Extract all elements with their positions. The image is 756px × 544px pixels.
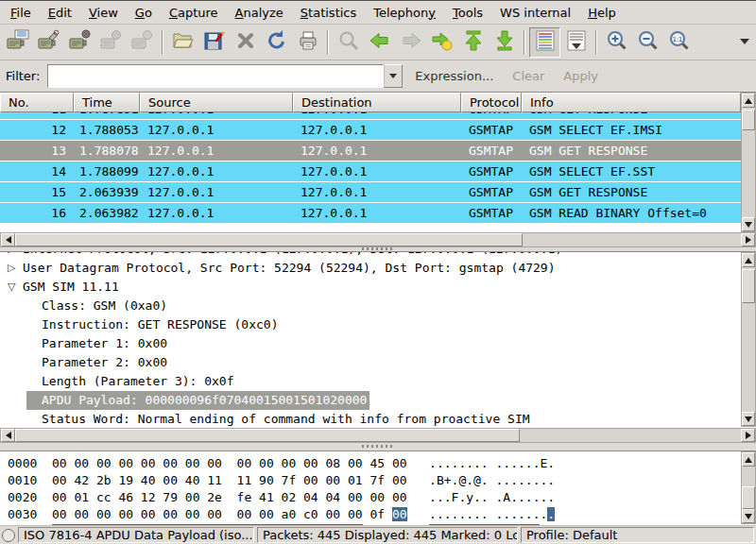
zoom-out-button[interactable] (632, 27, 663, 58)
packet-row-16[interactable]: 16 2.063982 127.0.0.1 127.0.0.1 GSMTAP G… (0, 203, 741, 224)
filter-input[interactable] (47, 64, 384, 88)
clear-button[interactable]: Clear (506, 65, 551, 87)
scrollbar-trough[interactable] (742, 467, 755, 509)
cell-info: GSM GET RESPONSE (522, 141, 741, 161)
list-interfaces-button[interactable] (2, 27, 33, 58)
scroll-up-button[interactable] (742, 452, 755, 467)
detail-parameter-2[interactable]: Parameter 2: 0x00 (0, 353, 740, 372)
scroll-left-button[interactable] (1, 429, 15, 442)
close-capture-button[interactable] (230, 27, 261, 58)
expander-icon[interactable] (8, 278, 23, 297)
scrollbar-trough[interactable] (15, 233, 741, 246)
capture-restart-button[interactable] (127, 27, 158, 58)
detail-class[interactable]: Class: GSM (0xa0) (0, 297, 740, 315)
hex-row[interactable]: 002000 01 cc 46 12 79 00 2e fe 41 02 04 … (8, 489, 740, 506)
detail-gsm-sim[interactable]: GSM SIM 11.11 (0, 278, 740, 297)
packet-row-13[interactable]: 13 1.788078 127.0.0.1 127.0.0.1 GSMTAP G… (0, 141, 741, 162)
column-header[interactable]: Time (74, 93, 140, 112)
go-to-top-button[interactable] (457, 27, 489, 58)
expression-button[interactable]: Expression... (408, 65, 500, 87)
details-hscrollbar[interactable] (0, 428, 756, 443)
save-capture-button[interactable] (198, 27, 230, 58)
reload-capture-button[interactable] (261, 27, 292, 58)
menu-view[interactable]: View (80, 3, 127, 23)
scroll-down-button[interactable] (742, 509, 755, 523)
capture-options-button[interactable] (33, 27, 64, 58)
scroll-down-button[interactable] (742, 412, 755, 426)
detail-instruction[interactable]: Instruction: GET RESPONSE (0xc0) (0, 315, 740, 334)
menu-tools[interactable]: Tools (444, 3, 491, 23)
detail-udp[interactable]: User Datagram Protocol, Src Port: 52294 … (0, 259, 740, 278)
menu-analyze[interactable]: Analyze (227, 3, 292, 23)
hex-bytes: 00 42 2b 19 40 00 40 11 11 90 7f 00 00 0… (52, 472, 407, 489)
hex-offset: 0020 (8, 489, 37, 506)
filter-dropdown-button[interactable] (384, 64, 403, 88)
hex-row[interactable]: 004000 00 09 6f 07 04 00 15 00 15 01 02 … (8, 523, 740, 525)
packet-list-vscrollbar[interactable] (741, 93, 756, 232)
column-header[interactable]: Info (522, 93, 741, 112)
zoom-100-button[interactable]: 1:1 (663, 27, 695, 58)
scrollbar-thumb[interactable] (742, 110, 755, 130)
scroll-up-button[interactable] (742, 253, 755, 267)
scrollbar-thumb[interactable] (742, 486, 755, 509)
column-header[interactable]: Source (140, 93, 293, 112)
detail-ip[interactable]: Internet Protocol, Src: 127.0.0.1 (127.0… (0, 251, 740, 259)
scroll-up-button[interactable] (742, 94, 755, 108)
hex-row[interactable]: 003000 00 00 00 00 00 00 00 00 00 a0 c0 … (8, 506, 740, 523)
find-packet-button[interactable] (333, 27, 364, 58)
packet-row-15[interactable]: 15 2.063939 127.0.0.1 127.0.0.1 GSMTAP G… (0, 182, 741, 203)
menu-capture[interactable]: Capture (161, 3, 227, 23)
capture-start-button[interactable] (64, 27, 95, 58)
expander-icon[interactable] (8, 251, 23, 259)
open-capture-button[interactable] (167, 27, 198, 58)
pane-splitter[interactable] (0, 443, 756, 450)
menu-edit[interactable]: Edit (40, 3, 80, 23)
scrollbar-trough[interactable] (742, 267, 755, 412)
expert-info-circle-icon[interactable] (2, 529, 15, 542)
scrollbar-thumb[interactable] (15, 429, 520, 442)
capture-stop-button[interactable] (95, 27, 127, 58)
hex-offset: 0000 (8, 455, 37, 472)
expander-icon[interactable] (8, 259, 23, 278)
menu-statistics[interactable]: Statistics (292, 3, 365, 23)
packet-row-11[interactable]: 11 1.787891 127.0.0.1 127.0.0.1 GSMTAP G… (0, 112, 741, 120)
menu-go[interactable]: Go (127, 3, 161, 23)
scrollbar-trough[interactable] (742, 108, 755, 217)
menu-ws-internal[interactable]: WS internal (491, 3, 579, 23)
go-to-bottom-button[interactable] (489, 27, 520, 58)
column-header[interactable]: Protocol (461, 93, 522, 112)
hex-vscrollbar[interactable] (741, 451, 756, 524)
packet-row-12[interactable]: 12 1.788053 127.0.0.1 127.0.0.1 GSMTAP G… (0, 120, 741, 141)
toolbar-overflow-button[interactable] (735, 27, 754, 58)
detail-length[interactable]: Length (Parameter 3): 0x0f (0, 372, 740, 391)
details-vscrollbar[interactable] (741, 252, 756, 427)
print-button[interactable] (292, 27, 323, 58)
scroll-left-button[interactable] (1, 233, 15, 246)
column-header[interactable]: Destination (293, 93, 461, 112)
auto-scroll-toggle[interactable] (560, 27, 592, 58)
zoom-in-button[interactable] (601, 27, 632, 58)
go-to-packet-button[interactable] (426, 27, 457, 58)
go-back-button[interactable] (364, 27, 395, 58)
scroll-down-button[interactable] (742, 217, 755, 231)
hex-row[interactable]: 000000 00 00 00 00 00 00 00 00 00 00 00 … (8, 455, 740, 472)
scrollbar-thumb[interactable] (742, 269, 755, 303)
detail-apdu-payload[interactable]: APDU Payload: 000000096f0704001500150102… (0, 391, 740, 410)
scroll-right-button[interactable] (741, 233, 755, 246)
detail-status-word[interactable]: Status Word: Normal ending of command wi… (0, 410, 740, 428)
go-forward-button[interactable] (395, 27, 426, 58)
scroll-right-button[interactable] (741, 429, 755, 442)
packet-list-hscrollbar[interactable] (0, 232, 756, 247)
colorize-toggle[interactable] (529, 27, 560, 58)
apply-button[interactable]: Apply (557, 65, 605, 87)
column-header[interactable]: No. (0, 93, 74, 112)
menu-file[interactable]: File (2, 3, 40, 23)
packet-row-14[interactable]: 14 1.788099 127.0.0.1 127.0.0.1 GSMTAP G… (0, 162, 741, 182)
scrollbar-thumb[interactable] (15, 233, 523, 246)
menu-help[interactable]: Help (579, 3, 625, 23)
scrollbar-trough[interactable] (15, 429, 741, 442)
detail-parameter-1[interactable]: Parameter 1: 0x00 (0, 334, 740, 353)
menu-telephony[interactable]: Telephony (365, 3, 444, 23)
status-field-profile[interactable]: Profile: Default (521, 527, 754, 543)
hex-row[interactable]: 001000 42 2b 19 40 00 40 11 11 90 7f 00 … (8, 472, 740, 489)
